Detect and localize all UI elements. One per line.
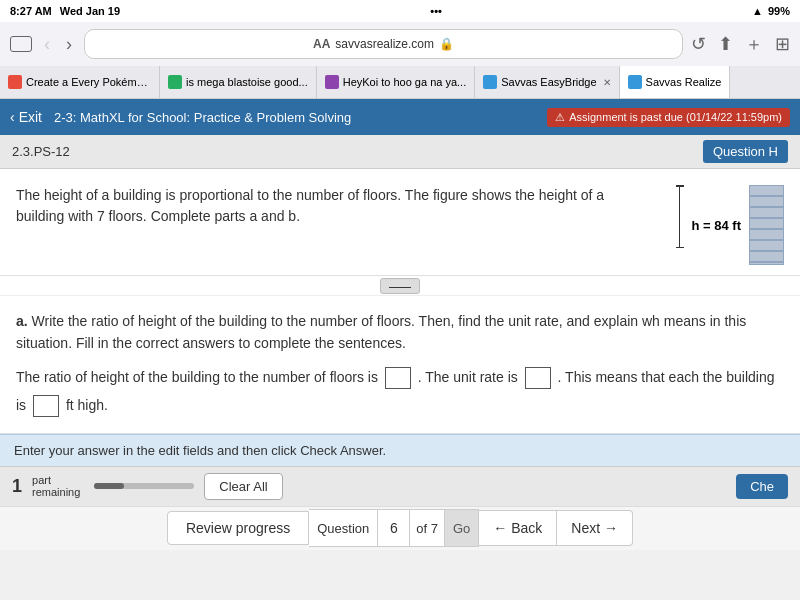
tab-title-realize: Savvas Realize (646, 76, 722, 88)
question-nav: Question of 7 Go (309, 509, 479, 547)
due-text: Assignment is past due (01/14/22 11:59pm… (569, 111, 782, 123)
tab-favicon-blastoise (168, 75, 182, 89)
tab-pokemon[interactable]: Create a Every Pokémo... (0, 66, 160, 98)
part-number: 1 (12, 476, 22, 497)
question-id: 2.3.PS-12 (12, 144, 70, 159)
answer-line-1: The ratio of height of the building to t… (16, 363, 784, 419)
next-button[interactable]: Next → (557, 510, 633, 546)
sentence-end: ft high. (66, 397, 108, 413)
status-time: 8:27 AM (10, 5, 52, 17)
question-paragraph: The height of a building is proportional… (16, 187, 604, 224)
hint-text: Enter your answer in the edit fields and… (14, 443, 386, 458)
browser-chrome: ‹ › AA savvasrealize.com 🔒 ↺ ⬆ ＋ ⊞ Creat… (0, 22, 800, 99)
tab-favicon-realize (628, 75, 642, 89)
browser-toolbar: ‹ › AA savvasrealize.com 🔒 ↺ ⬆ ＋ ⊞ (0, 22, 800, 66)
tab-overview-icon[interactable] (10, 36, 32, 52)
browser-dots: ••• (430, 5, 442, 17)
collapse-button[interactable]: —— (380, 278, 420, 294)
add-tab-icon[interactable]: ＋ (745, 32, 763, 56)
answer-input-ratio[interactable] (385, 367, 411, 389)
part-remaining-label: part remaining (32, 474, 80, 498)
question-header: 2.3.PS-12 Question H (0, 135, 800, 169)
toolbar-actions: ↺ ⬆ ＋ ⊞ (691, 32, 790, 56)
part-a-instruction: Write the ratio of height of the buildin… (16, 313, 746, 351)
question-text: The height of a building is proportional… (16, 185, 656, 227)
sentence-mid: . The unit rate is (418, 369, 518, 385)
building-figure: h = 84 ft (676, 185, 785, 265)
tab-favicon-heykoi (325, 75, 339, 89)
sentence-pre: The ratio of height of the building to t… (16, 369, 378, 385)
remaining-label: remaining (32, 486, 80, 498)
answer-input-floor-height[interactable] (33, 395, 59, 417)
tab-easybridge[interactable]: Savvas EasyBridge ✕ (475, 66, 619, 98)
clear-all-button[interactable]: Clear All (204, 473, 282, 500)
action-bar: 1 part remaining Clear All Che (0, 466, 800, 506)
back-nav-button[interactable]: ‹ (40, 34, 54, 55)
answer-input-unit-rate[interactable] (525, 367, 551, 389)
lock-icon: 🔒 (439, 37, 454, 51)
assignment-due-notice: ⚠ Assignment is past due (01/14/22 11:59… (547, 108, 790, 127)
divider-area: —— (0, 276, 800, 296)
part-label: part (32, 474, 80, 486)
review-progress-button[interactable]: Review progress (167, 511, 309, 545)
tab-favicon-pokemon (8, 75, 22, 89)
question-number-input[interactable] (378, 510, 410, 546)
wifi-icon: ▲ (752, 5, 763, 17)
tab-title-blastoise: is mega blastoise good... (186, 76, 308, 88)
hint-bar: Enter your answer in the edit fields and… (0, 434, 800, 466)
question-help-button[interactable]: Question H (703, 140, 788, 163)
height-label: h = 84 ft (692, 218, 742, 233)
part-a-label: a. (16, 313, 28, 329)
check-answer-button[interactable]: Che (736, 474, 788, 499)
progress-bar-fill (94, 483, 124, 489)
address-text: savvasrealize.com (335, 37, 434, 51)
building-image (749, 185, 784, 265)
status-bar: 8:27 AM Wed Jan 19 ••• ▲ 99% (0, 0, 800, 22)
tab-realize[interactable]: Savvas Realize (620, 66, 731, 98)
of-label: of 7 (410, 510, 445, 546)
warning-icon: ⚠ (555, 111, 565, 124)
tab-title-pokemon: Create a Every Pokémo... (26, 76, 151, 88)
forward-nav-button[interactable]: › (62, 34, 76, 55)
part-a-section: a. Write the ratio of height of the buil… (0, 296, 800, 434)
footer-nav: Review progress Question of 7 Go ← Back … (0, 506, 800, 550)
tab-title-easybridge: Savvas EasyBridge (501, 76, 596, 88)
address-bar[interactable]: AA savvasrealize.com 🔒 (84, 29, 683, 59)
breadcrumb: 2-3: MathXL for School: Practice & Probl… (54, 110, 351, 125)
chevron-left-icon: ‹ (10, 109, 15, 125)
reload-icon[interactable]: ↺ (691, 33, 706, 55)
battery-status: 99% (768, 5, 790, 17)
browser-tabs: Create a Every Pokémo... is mega blastoi… (0, 66, 800, 98)
status-day: Wed Jan 19 (60, 5, 120, 17)
tab-blastoise[interactable]: is mega blastoise good... (160, 66, 317, 98)
height-indicator (676, 185, 684, 248)
progress-bar (94, 483, 194, 489)
tab-heykoi[interactable]: HeyKoi to hoo ga na ya... (317, 66, 476, 98)
tab-icon-label: AA (313, 37, 330, 51)
exit-label: Exit (19, 109, 42, 125)
back-button[interactable]: ← Back (479, 510, 557, 546)
app-header: ‹ Exit 2-3: MathXL for School: Practice … (0, 99, 800, 135)
question-nav-label: Question (309, 510, 378, 546)
close-tab-icon[interactable]: ✕ (603, 77, 611, 88)
part-a-text: a. Write the ratio of height of the buil… (16, 310, 784, 355)
exit-button[interactable]: ‹ Exit (10, 109, 42, 125)
go-button[interactable]: Go (445, 510, 478, 546)
share-icon[interactable]: ⬆ (718, 33, 733, 55)
tab-favicon-easybridge (483, 75, 497, 89)
question-body: The height of a building is proportional… (0, 169, 800, 276)
tab-title-heykoi: HeyKoi to hoo ga na ya... (343, 76, 467, 88)
tabs-icon[interactable]: ⊞ (775, 33, 790, 55)
